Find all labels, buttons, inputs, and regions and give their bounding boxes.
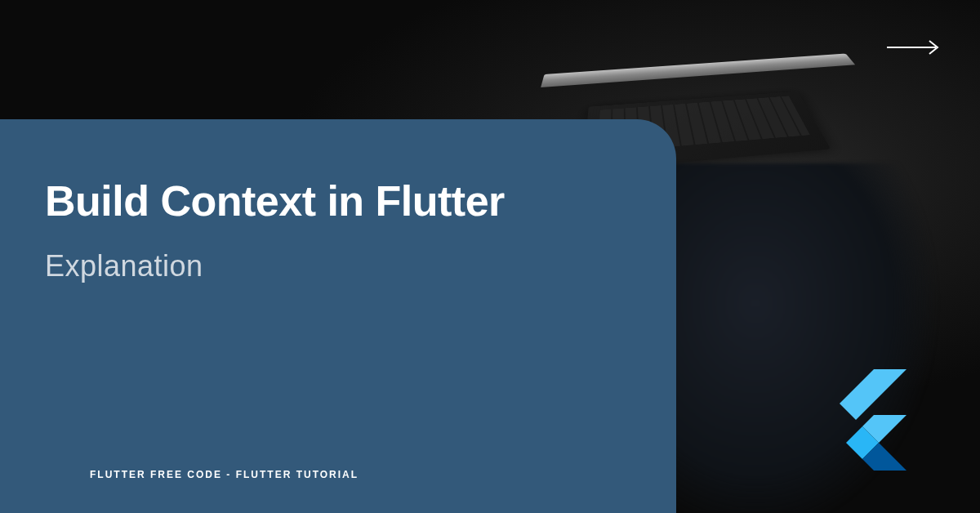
page-subtitle: Explanation xyxy=(45,249,631,283)
content-card: Build Context in Flutter Explanation FLU… xyxy=(0,119,676,513)
flutter-logo-icon xyxy=(825,369,906,474)
footer-credit: FLUTTER FREE CODE - FLUTTER TUTORIAL xyxy=(45,469,631,480)
laptop-edge-decoration xyxy=(541,54,855,87)
arrow-right-icon xyxy=(885,39,941,59)
page-title: Build Context in Flutter xyxy=(45,178,631,225)
